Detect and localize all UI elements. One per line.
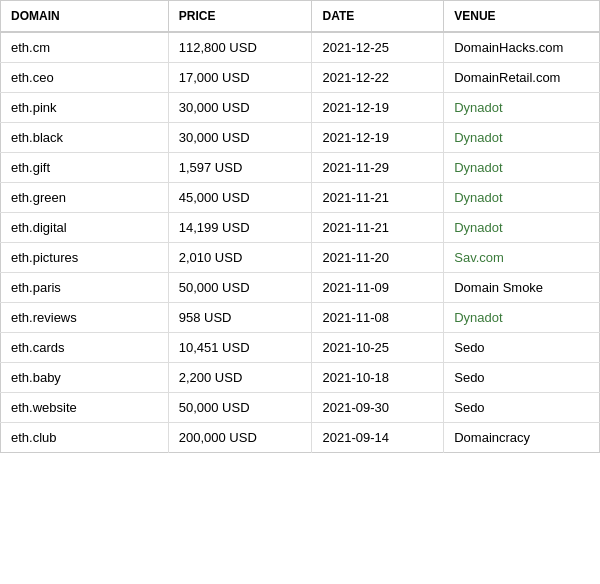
cell-venue: Dynadot: [444, 303, 600, 333]
cell-venue: Sedo: [444, 393, 600, 423]
header-domain: DOMAIN: [1, 1, 169, 33]
cell-date: 2021-12-19: [312, 93, 444, 123]
cell-price: 2,010 USD: [168, 243, 312, 273]
table-row: eth.gift1,597 USD2021-11-29Dynadot: [1, 153, 600, 183]
table-row: eth.reviews958 USD2021-11-08Dynadot: [1, 303, 600, 333]
cell-venue: Dynadot: [444, 93, 600, 123]
cell-price: 2,200 USD: [168, 363, 312, 393]
cell-venue: DomainRetail.com: [444, 63, 600, 93]
table-row: eth.club200,000 USD2021-09-14Domaincracy: [1, 423, 600, 453]
cell-date: 2021-10-25: [312, 333, 444, 363]
cell-domain: eth.ceo: [1, 63, 169, 93]
cell-domain: eth.cards: [1, 333, 169, 363]
cell-date: 2021-11-09: [312, 273, 444, 303]
cell-venue: Domaincracy: [444, 423, 600, 453]
cell-venue: Sedo: [444, 363, 600, 393]
cell-price: 50,000 USD: [168, 273, 312, 303]
cell-price: 112,800 USD: [168, 32, 312, 63]
cell-price: 200,000 USD: [168, 423, 312, 453]
cell-price: 1,597 USD: [168, 153, 312, 183]
cell-venue: DomainHacks.com: [444, 32, 600, 63]
table-row: eth.website50,000 USD2021-09-30Sedo: [1, 393, 600, 423]
cell-price: 50,000 USD: [168, 393, 312, 423]
cell-venue: Domain Smoke: [444, 273, 600, 303]
cell-price: 958 USD: [168, 303, 312, 333]
table-row: eth.cm112,800 USD2021-12-25DomainHacks.c…: [1, 32, 600, 63]
cell-domain: eth.green: [1, 183, 169, 213]
cell-venue: Sav.com: [444, 243, 600, 273]
cell-date: 2021-11-08: [312, 303, 444, 333]
cell-venue: Dynadot: [444, 153, 600, 183]
cell-domain: eth.digital: [1, 213, 169, 243]
domain-sales-table: DOMAIN PRICE DATE VENUE eth.cm112,800 US…: [0, 0, 600, 453]
table-row: eth.cards10,451 USD2021-10-25Sedo: [1, 333, 600, 363]
cell-date: 2021-10-18: [312, 363, 444, 393]
cell-domain: eth.reviews: [1, 303, 169, 333]
cell-date: 2021-11-29: [312, 153, 444, 183]
cell-domain: eth.website: [1, 393, 169, 423]
table-row: eth.green45,000 USD2021-11-21Dynadot: [1, 183, 600, 213]
cell-venue: Dynadot: [444, 213, 600, 243]
table-row: eth.pictures2,010 USD2021-11-20Sav.com: [1, 243, 600, 273]
cell-date: 2021-11-21: [312, 183, 444, 213]
cell-price: 17,000 USD: [168, 63, 312, 93]
cell-date: 2021-09-14: [312, 423, 444, 453]
cell-date: 2021-11-21: [312, 213, 444, 243]
table-row: eth.baby2,200 USD2021-10-18Sedo: [1, 363, 600, 393]
cell-date: 2021-11-20: [312, 243, 444, 273]
cell-domain: eth.cm: [1, 32, 169, 63]
table-row: eth.black30,000 USD2021-12-19Dynadot: [1, 123, 600, 153]
cell-venue: Sedo: [444, 333, 600, 363]
cell-domain: eth.black: [1, 123, 169, 153]
table-row: eth.digital14,199 USD2021-11-21Dynadot: [1, 213, 600, 243]
cell-price: 30,000 USD: [168, 123, 312, 153]
cell-date: 2021-12-25: [312, 32, 444, 63]
table-row: eth.pink30,000 USD2021-12-19Dynadot: [1, 93, 600, 123]
cell-date: 2021-12-19: [312, 123, 444, 153]
header-venue: VENUE: [444, 1, 600, 33]
cell-domain: eth.pink: [1, 93, 169, 123]
cell-price: 14,199 USD: [168, 213, 312, 243]
cell-venue: Dynadot: [444, 123, 600, 153]
cell-price: 30,000 USD: [168, 93, 312, 123]
sales-table-container: DOMAIN PRICE DATE VENUE eth.cm112,800 US…: [0, 0, 600, 453]
header-date: DATE: [312, 1, 444, 33]
cell-domain: eth.club: [1, 423, 169, 453]
cell-domain: eth.paris: [1, 273, 169, 303]
cell-domain: eth.gift: [1, 153, 169, 183]
cell-date: 2021-09-30: [312, 393, 444, 423]
cell-venue: Dynadot: [444, 183, 600, 213]
cell-domain: eth.baby: [1, 363, 169, 393]
table-row: eth.ceo17,000 USD2021-12-22DomainRetail.…: [1, 63, 600, 93]
cell-date: 2021-12-22: [312, 63, 444, 93]
cell-price: 45,000 USD: [168, 183, 312, 213]
cell-domain: eth.pictures: [1, 243, 169, 273]
table-row: eth.paris50,000 USD2021-11-09Domain Smok…: [1, 273, 600, 303]
header-price: PRICE: [168, 1, 312, 33]
cell-price: 10,451 USD: [168, 333, 312, 363]
table-header-row: DOMAIN PRICE DATE VENUE: [1, 1, 600, 33]
